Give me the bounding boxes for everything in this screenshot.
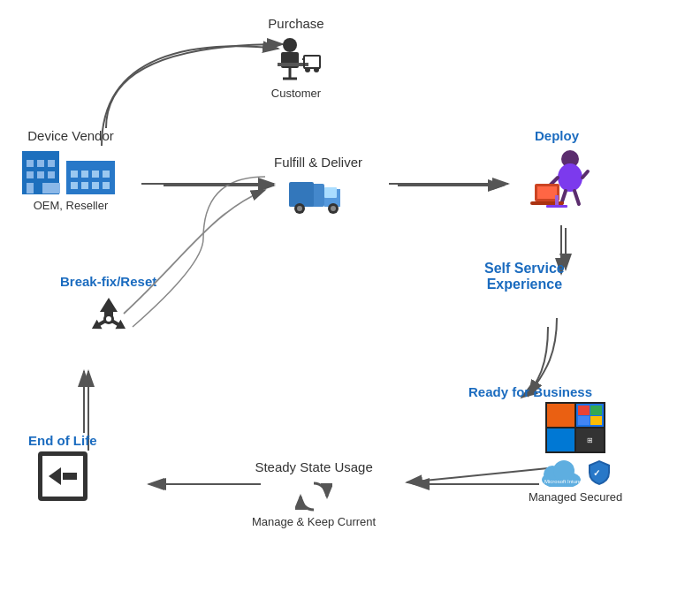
steady-state-label: Steady State Usage — [255, 459, 372, 474]
svg-rect-29 — [66, 161, 115, 168]
break-fix-node: Break-fix/Reset — [60, 274, 156, 344]
shield-icon: ✓ — [587, 459, 612, 487]
ready-for-business-label: Ready for Business — [468, 384, 592, 399]
svg-point-45 — [331, 206, 336, 211]
recycle-icon — [82, 292, 135, 344]
svg-point-68 — [106, 316, 111, 322]
fulfill-label: Fulfill & Deliver — [274, 155, 362, 170]
svg-rect-27 — [42, 183, 60, 193]
managed-secured-label: Managed Secured — [529, 490, 622, 504]
fulfill-node: Fulfill & Deliver — [274, 155, 362, 216]
svg-rect-57 — [530, 201, 564, 205]
svg-rect-34 — [71, 182, 78, 189]
end-of-life-label: End of Life — [28, 433, 97, 448]
svg-rect-36 — [92, 182, 99, 189]
svg-text:Microsoft Intune: Microsoft Intune — [544, 479, 582, 484]
svg-line-52 — [582, 171, 588, 178]
manage-keep-current-label: Manage & Keep Current — [252, 515, 376, 528]
svg-rect-21 — [37, 160, 44, 167]
end-of-life-node: End of Life — [28, 433, 97, 501]
svg-rect-69 — [63, 473, 77, 480]
managed-secured-node: ⊞ Microsoft Intune ✓ Managed Secured — [529, 402, 622, 504]
svg-rect-23 — [27, 171, 34, 178]
svg-text:✓: ✓ — [593, 468, 600, 478]
deploy-icon — [521, 147, 592, 209]
svg-point-50 — [558, 163, 582, 192]
self-service-label: Self ServiceExperience — [484, 261, 565, 292]
diagram-container: Purchase Customer Device Vendor — [0, 0, 700, 599]
svg-rect-20 — [27, 160, 34, 167]
device-vendor-sublabel: OEM, Reseller — [34, 199, 109, 212]
svg-rect-37 — [103, 182, 110, 189]
svg-rect-26 — [27, 183, 34, 193]
device-vendor-label: Device Vendor — [27, 128, 114, 143]
svg-rect-56 — [537, 186, 557, 199]
svg-line-54 — [574, 191, 579, 204]
purchase-node: Purchase Customer — [265, 16, 327, 100]
purchase-sublabel: Customer — [271, 87, 321, 100]
sync-icon — [295, 478, 332, 512]
steady-state-node: Steady State Usage Manage & Keep Current — [252, 459, 376, 528]
svg-line-5 — [407, 468, 548, 482]
svg-marker-70 — [49, 467, 61, 485]
fulfill-icon — [287, 173, 349, 216]
svg-rect-28 — [66, 166, 115, 194]
deploy-node: Deploy — [521, 128, 592, 209]
svg-rect-41 — [324, 187, 337, 198]
ready-for-business-node: Ready for Business — [468, 384, 592, 403]
exit-icon — [38, 451, 88, 501]
svg-rect-33 — [103, 171, 110, 178]
svg-rect-25 — [48, 171, 55, 178]
svg-point-8 — [283, 38, 297, 52]
svg-rect-24 — [37, 171, 44, 178]
windows-tiles-icon: ⊞ — [545, 402, 605, 453]
svg-rect-59 — [546, 205, 567, 208]
purchase-icon — [265, 34, 327, 83]
svg-rect-31 — [81, 171, 88, 178]
svg-rect-19 — [22, 151, 59, 158]
svg-rect-22 — [48, 160, 55, 167]
purchase-label: Purchase — [268, 16, 323, 31]
svg-rect-39 — [289, 182, 314, 207]
svg-rect-30 — [71, 171, 78, 178]
deploy-label: Deploy — [535, 128, 579, 143]
intune-cloud: Microsoft Intune — [539, 459, 583, 487]
svg-point-43 — [297, 206, 302, 211]
device-vendor-node: Device Vendor OEM, R — [18, 128, 124, 212]
break-fix-label: Break-fix/Reset — [60, 274, 156, 289]
intune-area: Microsoft Intune ✓ — [539, 459, 612, 487]
svg-rect-32 — [92, 171, 99, 178]
svg-rect-35 — [81, 182, 88, 189]
device-vendor-icon — [18, 147, 124, 195]
self-service-node: Self ServiceExperience — [484, 261, 565, 296]
